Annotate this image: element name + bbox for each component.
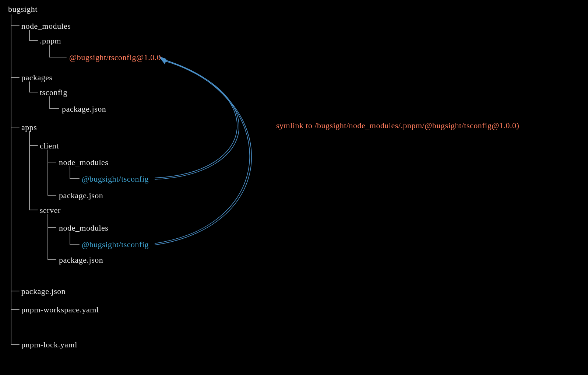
client-node-modules: node_modules bbox=[59, 158, 108, 167]
server-folder: server bbox=[40, 206, 61, 215]
packages-folder: packages bbox=[21, 73, 53, 83]
pnpm-folder: .pnpm bbox=[40, 36, 61, 46]
pnpm-workspace-yaml: pnpm-workspace.yaml bbox=[21, 305, 99, 315]
tsconfig-folder: tsconfig bbox=[40, 88, 67, 97]
client-symlink: @bugsight/tsconfig bbox=[82, 174, 149, 184]
root-package-json: package.json bbox=[21, 287, 66, 296]
symlink-annotation: symlink to /bugsight/node_modules/.pnpm/… bbox=[276, 121, 519, 130]
pnpm-package-target: @bugsight/tsconfig@1.0.0 bbox=[69, 53, 161, 62]
apps-folder: apps bbox=[21, 123, 37, 132]
client-package-json: package.json bbox=[59, 191, 103, 200]
pnpm-lock-yaml: pnpm-lock.yaml bbox=[21, 340, 77, 350]
client-folder: client bbox=[40, 141, 59, 151]
server-package-json: package.json bbox=[59, 255, 103, 265]
node-modules-folder: node_modules bbox=[21, 21, 71, 31]
tree-root: bugsight bbox=[8, 4, 38, 14]
server-node-modules: node_modules bbox=[59, 223, 108, 233]
server-symlink: @bugsight/tsconfig bbox=[82, 240, 149, 249]
tsconfig-package-json: package.json bbox=[62, 104, 106, 114]
